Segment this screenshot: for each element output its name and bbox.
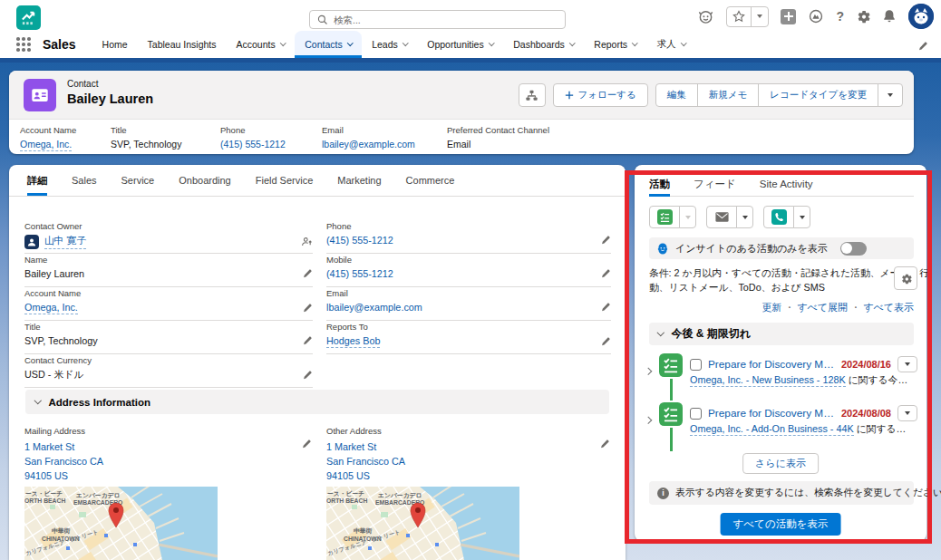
email-link[interactable]: lbailey@example.com [322, 139, 415, 150]
expand-chevron-icon[interactable] [645, 410, 651, 426]
nav-tab-opportunities[interactable]: Opportunities [417, 31, 503, 58]
mailing-address-link[interactable]: San Francisco CA [24, 454, 103, 468]
task-menu-caret[interactable] [679, 206, 696, 228]
owner-link[interactable]: 山中 寛子 [44, 235, 86, 249]
edit-icon[interactable] [302, 335, 313, 346]
more-actions-caret-button[interactable] [878, 83, 903, 107]
task-checkbox[interactable] [690, 359, 702, 371]
mailing-address-link[interactable]: 94105 US [24, 468, 103, 483]
edit-icon[interactable] [600, 336, 611, 347]
nav-tab-accounts[interactable]: Accounts [227, 31, 296, 58]
nav-tab-jobs[interactable]: 求人 [647, 31, 696, 58]
tab-sales[interactable]: Sales [72, 165, 97, 196]
search-input[interactable] [334, 14, 558, 25]
tab-feed[interactable]: フィード [694, 172, 736, 196]
highlight-email: Emaillbailey@example.com [322, 125, 415, 150]
mobile-link[interactable]: (415) 555-1212 [326, 268, 393, 279]
activity-panel: 活動 フィード Site Activity インサイトのある活動のみを表示 条件… [635, 165, 926, 541]
tab-activity[interactable]: 活動 [649, 172, 670, 196]
show-more-button[interactable]: さらに表示 [742, 453, 819, 474]
edit-nav-pencil-icon[interactable] [917, 39, 928, 55]
tab-field-service[interactable]: Field Service [256, 165, 314, 196]
app-launcher-icon[interactable] [16, 37, 31, 52]
field-contact-currency: Contact Currency USD - 米ドル [24, 355, 313, 388]
tab-service[interactable]: Service [121, 165, 155, 196]
edit-icon[interactable] [600, 302, 611, 313]
record-name: Bailey Lauren [67, 92, 153, 106]
task-due-date: 2024/08/08 [841, 408, 891, 419]
highlight-title: TitleSVP, Technology [111, 125, 181, 150]
global-search[interactable] [309, 10, 566, 29]
guidance-center-icon[interactable] [808, 8, 824, 24]
org-chart-button[interactable] [519, 83, 546, 107]
other-address-map: ース・ビーチ ORTH BEACH エンバーカデロ EMBARCADERO 中華… [326, 487, 519, 560]
user-avatar[interactable] [908, 4, 934, 29]
tab-commerce[interactable]: Commerce [406, 165, 455, 196]
view-all-activities-button[interactable]: すべての活動を表示 [721, 513, 841, 536]
insight-toggle[interactable] [840, 242, 867, 256]
nav-tab-tableau-insights[interactable]: Tableau Insights [138, 31, 227, 58]
expand-all-link[interactable]: すべて展開 [797, 302, 848, 313]
follow-button[interactable]: フォローする [553, 83, 648, 107]
log-call-button[interactable] [763, 206, 794, 228]
call-menu-caret[interactable] [793, 206, 810, 228]
edit-icon[interactable] [302, 268, 313, 279]
upcoming-overdue-header[interactable]: 今後 & 期限切れ [649, 323, 914, 345]
edit-icon[interactable] [600, 235, 611, 246]
edit-icon[interactable] [301, 439, 312, 449]
related-opportunity-link[interactable]: Omega, Inc. - Add-On Business - 44K [690, 423, 854, 436]
change-owner-icon[interactable] [301, 236, 313, 249]
notifications-bell-icon[interactable] [882, 9, 897, 24]
activity-settings-gear-button[interactable] [894, 266, 917, 290]
nav-tab-dashboards[interactable]: Dashboards [503, 31, 584, 58]
new-note-button[interactable]: 新規メモ [697, 83, 760, 107]
other-address-link[interactable]: 1 Market St [326, 439, 405, 454]
edit-icon[interactable] [600, 268, 611, 279]
nav-tab-reports[interactable]: Reports [584, 31, 646, 58]
task-title-link[interactable]: Prepare for Discovery Meeting [708, 407, 835, 420]
task-actions-menu-button[interactable] [897, 356, 917, 372]
address-section-header[interactable]: Address Information [25, 390, 609, 414]
email-link[interactable]: lbailey@example.com [326, 302, 422, 313]
refresh-link[interactable]: 更新 [762, 302, 781, 313]
email-menu-caret[interactable] [736, 206, 753, 228]
tab-details[interactable]: 詳細 [27, 165, 47, 196]
tab-marketing[interactable]: Marketing [337, 165, 381, 196]
account-link[interactable]: Omega, Inc. [20, 139, 72, 151]
tab-onboarding[interactable]: Onboarding [179, 165, 231, 196]
task-title-link[interactable]: Prepare for Discovery Meeting [708, 358, 835, 371]
edit-icon[interactable] [302, 370, 313, 381]
nav-tab-leads[interactable]: Leads [362, 31, 417, 58]
global-actions-plus-icon[interactable] [781, 9, 796, 24]
other-address-link[interactable]: 94105 US [326, 468, 405, 483]
help-icon[interactable]: ? [836, 9, 844, 24]
new-email-button[interactable] [706, 206, 737, 228]
phone-link[interactable]: (415) 555-1212 [326, 235, 393, 246]
edit-button[interactable]: 編集 [655, 83, 698, 107]
reports-to-link[interactable]: Hodges Bob [326, 335, 380, 348]
tab-site-activity[interactable]: Site Activity [760, 172, 813, 196]
svg-text:エンバーカデロ: エンバーカデロ [76, 492, 121, 499]
setup-gear-icon[interactable] [856, 9, 870, 24]
edit-icon[interactable] [599, 439, 610, 449]
phone-link[interactable]: (415) 555-1212 [220, 139, 286, 150]
new-task-button[interactable] [649, 206, 680, 228]
other-address-link[interactable]: San Francisco CA [326, 454, 405, 468]
view-all-link[interactable]: すべて表示 [863, 302, 914, 313]
einstein-assistant-icon[interactable] [697, 8, 714, 25]
nav-tab-contacts[interactable]: Contacts [295, 31, 362, 58]
task-actions-menu-button[interactable] [897, 405, 917, 421]
favorite-star-icon[interactable] [727, 7, 751, 26]
related-opportunity-link[interactable]: Omega, Inc. - New Business - 128K [690, 374, 846, 387]
account-link[interactable]: Omega, Inc. [24, 302, 78, 314]
highlight-account-name: Account NameOmega, Inc. [20, 125, 76, 150]
edit-icon[interactable] [302, 303, 313, 314]
favorites-button-group[interactable] [726, 6, 769, 27]
task-checkbox[interactable] [690, 408, 702, 420]
change-record-type-button[interactable]: レコードタイプを変更 [758, 83, 878, 107]
nav-tab-home[interactable]: Home [92, 31, 138, 58]
expand-chevron-icon[interactable] [645, 361, 651, 377]
mailing-address-link[interactable]: 1 Market St [24, 439, 103, 454]
favorites-menu-caret[interactable] [751, 7, 768, 26]
app-name: Sales [43, 37, 76, 52]
